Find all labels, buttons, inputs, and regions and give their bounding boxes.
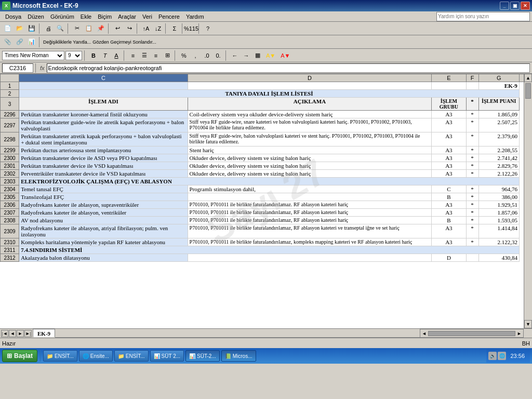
cell-D2308[interactable]: P701010, P701011 ile birlikte faturaland… (188, 217, 432, 224)
cell-D2301[interactable]: Okluder device, delivery sistem ve sizin… (188, 162, 432, 170)
cell-C2311[interactable]: 7.4.SINDIRIM SİSTEMİ (19, 246, 520, 254)
cell-G2297[interactable]: 2.507,25 (478, 118, 519, 132)
cell-G2305[interactable]: 386,00 (478, 193, 519, 201)
tb2-btn3[interactable]: 📊 (26, 36, 37, 48)
redo-button[interactable]: ↪ (124, 23, 135, 34)
cell-C2312[interactable]: Akalazyada balon dilatasyonu (19, 254, 188, 262)
cell-E2307[interactable]: A3 (432, 209, 466, 217)
underline-button[interactable]: A (111, 50, 122, 61)
cell-C2307[interactable]: Radyofrekans kateter ile ablasyon, ventr… (19, 209, 188, 217)
cell-D2297[interactable]: Stiff veya RF guide-wire, snare kateteri… (188, 118, 432, 132)
cut-button[interactable]: ✂ (71, 23, 83, 34)
cell-F2296[interactable]: * (466, 111, 478, 118)
cell-C2310[interactable]: Kompleks haritalama yöntemiyle yapılan R… (19, 238, 188, 246)
dec-inc-button[interactable]: .0 (202, 50, 212, 61)
cell-E1[interactable] (432, 82, 466, 90)
cell-D2298[interactable]: Stiff veya RF guide-wire, balon valvulop… (188, 132, 432, 147)
dec-dec-button[interactable]: 0. (213, 50, 223, 61)
open-button[interactable]: 📂 (14, 23, 25, 34)
new-button[interactable]: 📄 (2, 23, 14, 34)
cell-D2302[interactable]: Okluder device, delivery sistem ve sizin… (188, 170, 432, 178)
taskbar-btn-sut2[interactable]: 📊 SÜT-2... (185, 350, 220, 362)
cell-E2300[interactable]: A3 (432, 154, 466, 162)
horizontal-scrollbar[interactable]: ◄ ► (420, 329, 524, 338)
col-header-D[interactable]: D (188, 74, 432, 82)
taskbar-btn-ensit2[interactable]: 📁 ENSİT... (114, 350, 149, 362)
taskbar-btn-ensit1[interactable]: 📁 ENSİT... (43, 350, 77, 362)
cell-D2300[interactable]: Okluder device, delivery sistem ve sizin… (188, 154, 432, 162)
cell-G2300[interactable]: 2.741,42 (478, 154, 519, 162)
sheet-nav-buttons[interactable]: |◄ ◄ ► ►| (0, 329, 33, 338)
col-header-C[interactable]: C (19, 74, 188, 82)
scroll-up-button[interactable]: ▲ (524, 74, 532, 82)
col-header-G[interactable]: G (478, 74, 519, 82)
cell-C2297[interactable]: Perkütan transkateter guide-wire ile atr… (19, 118, 188, 132)
cell-C2306[interactable]: Radyofrekans kateter ile ablasyon, supra… (19, 201, 188, 209)
cell-G3[interactable]: İŞLEM PUANI (478, 98, 519, 111)
comma-button[interactable]: , (190, 50, 201, 61)
cell-C2301[interactable]: Perkütan transkateter device ile VSD kap… (19, 162, 188, 170)
percent-button[interactable]: % (179, 50, 189, 61)
cell-D2307[interactable]: P701010, P701011 ile birlikte faturaland… (188, 209, 432, 217)
cell-C2298[interactable]: Perkütan transkateter atretik kapak perf… (19, 132, 188, 147)
cell-C2303[interactable]: ELEKTROFİZYOLOJİK ÇALIŞMA (EFÇ) VE ABLAS… (19, 178, 520, 185)
align-right-button[interactable]: ≡ (151, 50, 161, 61)
cell-G2309[interactable]: 1.414,84 (478, 224, 519, 238)
cell-E3[interactable]: İŞLEM GRUBU (432, 98, 466, 111)
cell-F2310[interactable]: * (466, 238, 478, 246)
cell-E2301[interactable]: A3 (432, 162, 466, 170)
cell-E2296[interactable]: A3 (432, 111, 466, 118)
cell-C2296[interactable]: Perkütan transkateter koroner-kameral fi… (19, 111, 188, 118)
cell-F2299[interactable]: * (466, 147, 478, 154)
sheet-tab-ek9[interactable]: EK-9 (33, 329, 55, 337)
cell-C2-title[interactable]: TANIYA DAYALI İŞLEM LİSTESİ (19, 90, 520, 98)
restore-button[interactable]: ▣ (510, 2, 520, 10)
cell-C2299[interactable]: Perkütan ductus arteriosusa stent implan… (19, 147, 188, 154)
cell-G2302[interactable]: 2.122,26 (478, 170, 519, 178)
cell-G2299[interactable]: 2.208,55 (478, 147, 519, 154)
copy-button[interactable]: 📋 (83, 23, 95, 34)
menu-bicim[interactable]: Biçim (95, 12, 115, 21)
cell-E2308[interactable]: B (432, 217, 466, 224)
cell-G2312[interactable]: 430,84 (478, 254, 519, 262)
undo-button[interactable]: ↩ (112, 23, 123, 34)
sort-asc-button[interactable]: ↑A (140, 23, 152, 34)
font-size-select[interactable]: 9 (65, 51, 82, 60)
cell-F2307[interactable]: * (466, 209, 478, 217)
cell-D2306[interactable]: P701010, P701011 ile birlikte faturaland… (188, 201, 432, 209)
hscroll-right[interactable]: ► (515, 331, 523, 336)
sheet-first-button[interactable]: |◄ (1, 330, 8, 337)
cell-F3[interactable]: * (466, 98, 478, 111)
cell-C3[interactable]: İŞLEM ADI (19, 98, 188, 111)
fill-color-button[interactable]: A▼ (264, 50, 277, 61)
cell-D2296[interactable]: Coil-delivery sistem veya okluder device… (188, 111, 432, 118)
cell-F2297[interactable]: * (466, 118, 478, 132)
tb2-btn2[interactable]: 🔗 (14, 36, 25, 48)
cell-F2301[interactable]: * (466, 162, 478, 170)
cell-D2304[interactable]: Programlı stimulasyon dahil, (188, 185, 432, 193)
cell-C2308[interactable]: AV nod ablasyonu (19, 217, 188, 224)
menu-gorunum[interactable]: Görünüm (47, 12, 77, 21)
print-button[interactable]: 🖨 (43, 23, 54, 34)
indent-dec-button[interactable]: ← (230, 50, 240, 61)
bold-button[interactable]: B (88, 50, 99, 61)
cell-G2301[interactable]: 2.829,76 (478, 162, 519, 170)
cell-E2310[interactable]: A3 (432, 238, 466, 246)
cell-F2304[interactable]: * (466, 185, 478, 193)
cell-F1[interactable] (466, 82, 478, 90)
cell-E2312[interactable]: D (432, 254, 466, 262)
cell-F2302[interactable]: * (466, 170, 478, 178)
cell-D2309[interactable]: P701010, P701011 ile birlikte faturaland… (188, 224, 432, 238)
close-button[interactable]: ✕ (521, 2, 530, 10)
minimize-button[interactable]: _ (500, 2, 509, 10)
zoom-button[interactable]: %115 (185, 23, 197, 34)
hscroll-left[interactable]: ◄ (420, 331, 428, 336)
menu-ekle[interactable]: Ekle (77, 12, 95, 21)
tb2-review[interactable]: Gözden Geçirmeyi Sonlandır... (92, 36, 157, 48)
indent-inc-button[interactable]: → (241, 50, 251, 61)
cell-D2312[interactable] (188, 254, 432, 262)
menu-dosya[interactable]: Dosya (2, 12, 24, 21)
font-color-button[interactable]: A▼ (278, 50, 292, 61)
taskbar-btn-micros[interactable]: 📗 Micros... (221, 350, 256, 362)
cell-G2307[interactable]: 1.857,06 (478, 209, 519, 217)
